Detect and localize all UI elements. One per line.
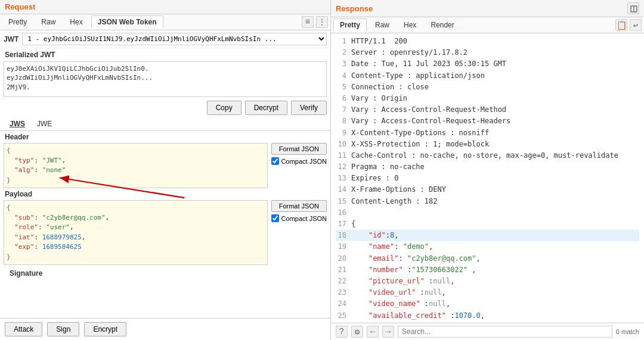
decrypt-button[interactable]: Decrypt xyxy=(245,101,287,115)
jwt-select[interactable]: 1 - eyJhbGciOiJSUzI1NiJ9.eyJzdWIiOiJjMnl… xyxy=(22,33,327,45)
payload-json-buttons: Format JSON Compact JSON xyxy=(271,200,327,222)
jwt-row: JWT 1 - eyJhbGciOiJSUzI1NiJ9.eyJzdWIiOiJ… xyxy=(0,30,330,48)
response-tab-raw[interactable]: Raw xyxy=(369,19,395,31)
line-9: 9X-Content-Type-Options : nosniff xyxy=(336,127,639,139)
line-15: 15Content-Length : 182 xyxy=(336,196,639,207)
response-footer: ? ⚙ ← → 0 match xyxy=(331,323,644,340)
line-7: 7Vary : Access-Control-Request-Method xyxy=(336,104,639,116)
match-count: 0 match xyxy=(616,328,639,335)
response-tab-icons: 📋 ↩ xyxy=(615,19,642,31)
signature-label: Signature xyxy=(5,267,326,279)
copy-button[interactable]: Copy xyxy=(207,101,242,115)
forward-icon[interactable]: → xyxy=(382,326,394,338)
line-5: 5Connection : close xyxy=(336,82,639,93)
payload-compact-label: Compact JSON xyxy=(281,215,327,222)
response-title: Response ◫ xyxy=(331,0,644,17)
sign-button[interactable]: Sign xyxy=(47,322,79,336)
tab-icon-group: ≡ ⋮ xyxy=(302,16,328,28)
bottom-bar: Attack Sign Encrypt xyxy=(0,318,330,340)
settings-icon[interactable]: ⚙ xyxy=(351,326,363,338)
header-compact-label: Compact JSON xyxy=(281,158,327,165)
tab-hex[interactable]: Hex xyxy=(64,16,88,28)
header-compact-row: Compact JSON xyxy=(271,157,327,165)
line-13: 13Expires : 0 xyxy=(336,173,639,184)
serialized-line-2: eyJzdWIiOiJjMnliOGVyQHFxLmNvbSIsIn... xyxy=(7,73,324,82)
wrap-icon[interactable]: ↩ xyxy=(630,19,642,31)
payload-json-area[interactable]: { "sub": "c2yb8er@qq.com", "role": "user… xyxy=(4,200,268,265)
line-17: 17{ xyxy=(336,219,639,230)
header-compact-checkbox[interactable] xyxy=(271,157,279,165)
payload-compact-checkbox[interactable] xyxy=(271,214,279,222)
layout-icons: ◫ xyxy=(627,2,639,14)
tab-jwe[interactable]: JWE xyxy=(31,118,58,129)
header-label: Header xyxy=(0,131,330,143)
line-23: 23 "video_url" :null, xyxy=(336,287,639,298)
line-3: 3Date : Tue, 11 Jul 2023 05:30:15 GMT xyxy=(336,58,639,70)
line-11: 11Cache-Control : no-cache, no-store, ma… xyxy=(336,150,639,161)
line-2: 2Server : openresty/1.17.8.2 xyxy=(336,47,639,58)
request-panel: Request Pretty Raw Hex JSON Web Token ≡ … xyxy=(0,0,331,340)
verify-button[interactable]: Verify xyxy=(291,101,327,115)
back-icon[interactable]: ← xyxy=(367,326,379,338)
payload-compact-row: Compact JSON xyxy=(271,214,327,222)
line-16: 16 xyxy=(336,207,639,219)
signature-section: Signature xyxy=(0,265,330,282)
payload-format-btn[interactable]: Format JSON xyxy=(271,200,327,212)
jws-jwe-bar: JWS JWE xyxy=(0,117,330,131)
line-1: 1HTTP/1.1 200 xyxy=(336,36,639,47)
line-10: 10X-XSS-Protection : 1; mode=block xyxy=(336,139,639,150)
request-tab-bar: Pretty Raw Hex JSON Web Token ≡ ⋮ xyxy=(0,14,330,30)
line-20: 20 "email": "c2yb8er@qq.com", xyxy=(336,253,639,264)
jwt-label: JWT xyxy=(4,35,18,43)
serialized-area: eyJ0eXAiOiJKV1QiLCJhbGciOiJub25lIn0. eyJ… xyxy=(4,61,327,97)
header-section: { "typ": "JWT", "alg": "none" } Format J… xyxy=(4,143,327,188)
response-panel: Response ◫ Pretty Raw Hex Render 📋 ↩ 1HT… xyxy=(331,0,644,340)
line-21: 21 "number" :"15730663022" , xyxy=(336,264,639,276)
help-icon[interactable]: ? xyxy=(336,326,348,338)
tab-jwt[interactable]: JSON Web Token xyxy=(91,15,163,29)
tab-pretty[interactable]: Pretty xyxy=(2,16,33,28)
serialized-label: Serialized JWT xyxy=(0,48,330,60)
line-4: 4Content-Type : application/json xyxy=(336,70,639,82)
header-format-btn[interactable]: Format JSON xyxy=(271,143,327,155)
line-18: 18 "id":8, xyxy=(336,230,639,241)
header-json-area[interactable]: { "typ": "JWT", "alg": "none" } xyxy=(4,143,268,188)
response-tab-bar: Pretty Raw Hex Render 📋 ↩ xyxy=(331,17,644,33)
payload-section: { "sub": "c2yb8er@qq.com", "role": "user… xyxy=(4,200,327,265)
action-row: Copy Decrypt Verify xyxy=(0,98,330,117)
tab-raw[interactable]: Raw xyxy=(35,16,61,28)
line-14: 14X-Frame-Options : DENY xyxy=(336,184,639,195)
search-input[interactable] xyxy=(398,326,612,338)
encrypt-button[interactable]: Encrypt xyxy=(84,322,126,336)
layout-split-icon[interactable]: ◫ xyxy=(627,2,639,14)
copy-response-icon[interactable]: 📋 xyxy=(615,19,627,31)
request-title: Request xyxy=(0,0,330,14)
response-content: 1HTTP/1.1 200 2Server : openresty/1.17.8… xyxy=(331,33,644,323)
line-12: 12Pragma : no-cache xyxy=(336,161,639,173)
header-json-buttons: Format JSON Compact JSON xyxy=(271,143,327,165)
line-8: 8Vary : Access-Control-Request-Headers xyxy=(336,116,639,127)
line-22: 22 "picture_url" :null, xyxy=(336,276,639,287)
line-25: 25 "available_credit" :1070.0, xyxy=(336,310,639,322)
response-tab-hex[interactable]: Hex xyxy=(398,19,422,31)
line-19: 19 "name": "demo", xyxy=(336,241,639,252)
response-tab-pretty[interactable]: Pretty xyxy=(333,18,367,32)
raw-icon[interactable]: ≡ xyxy=(302,16,314,28)
response-title-text: Response xyxy=(336,4,373,13)
tab-jws[interactable]: JWS xyxy=(4,118,31,129)
line-24: 24 "video_name" :null, xyxy=(336,298,639,310)
response-tab-render[interactable]: Render xyxy=(425,19,460,31)
payload-label: Payload xyxy=(0,188,330,200)
options-icon[interactable]: ⋮ xyxy=(316,16,328,28)
serialized-line-3: 2MjV9. xyxy=(7,83,324,92)
line-6: 6Vary : Origin xyxy=(336,93,639,104)
serialized-line-1: eyJ0eXAiOiJKV1QiLCJhbGciOiJub25lIn0. xyxy=(7,64,324,73)
attack-button[interactable]: Attack xyxy=(5,322,42,336)
